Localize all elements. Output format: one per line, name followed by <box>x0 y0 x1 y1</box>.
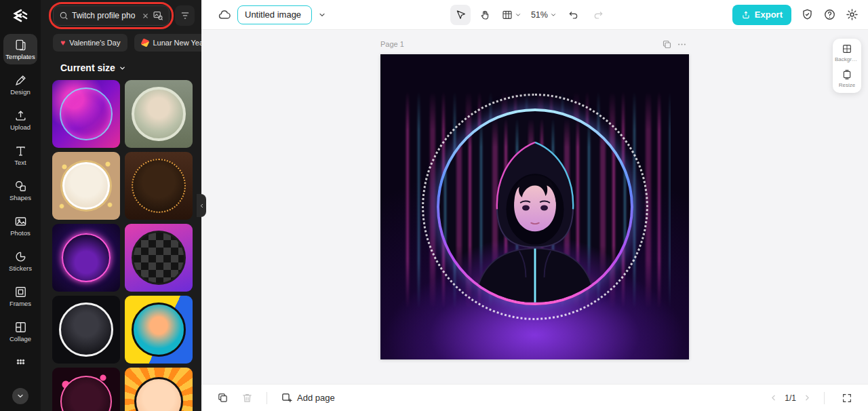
sidebar-item-label: Text <box>14 159 26 166</box>
sidebar-item-collage[interactable]: Collage <box>3 316 37 347</box>
background-label: Background <box>835 56 859 62</box>
template-thumbnail-2[interactable] <box>125 80 193 148</box>
settings-gear-icon[interactable] <box>846 8 859 21</box>
template-thumbnail-9[interactable] <box>52 368 120 411</box>
templates-panel: ♥ Valentine's Day Lunar New Year Current… <box>41 0 201 411</box>
zoom-value: 51% <box>531 10 548 20</box>
current-size-dropdown[interactable]: Current size <box>41 58 201 80</box>
search-box[interactable] <box>53 5 170 26</box>
left-sidebar: Templates Design Upload Text Shapes Phot… <box>0 0 41 411</box>
chip-lunar-new-year[interactable]: Lunar New Year <box>134 34 201 52</box>
sidebar-collapse-button[interactable] <box>12 388 28 404</box>
template-thumbnail-7[interactable] <box>52 296 120 364</box>
duplicate-page-button-bottom[interactable] <box>212 388 233 408</box>
sidebar-item-label: Design <box>10 89 31 96</box>
sidebar-item-label: Collage <box>9 336 31 342</box>
background-button[interactable]: Background <box>834 43 860 62</box>
template-thumbnail-6[interactable] <box>125 224 193 292</box>
fullscreen-button[interactable] <box>837 388 857 408</box>
duplicate-icon <box>217 392 229 404</box>
search-input[interactable] <box>72 11 138 20</box>
sidebar-item-frames[interactable]: Frames <box>3 281 37 311</box>
app-logo[interactable] <box>10 7 31 24</box>
next-page-button[interactable] <box>803 393 812 402</box>
background-icon <box>842 43 852 54</box>
expand-icon <box>842 393 852 404</box>
firecracker-icon <box>141 38 150 47</box>
sidebar-item-label: Templates <box>5 54 35 60</box>
add-page-label: Add page <box>297 393 335 403</box>
add-page-icon <box>281 392 292 404</box>
sidebar-item-stickers[interactable]: Stickers <box>3 246 37 276</box>
sidebar-item-more[interactable] <box>3 353 37 373</box>
document-title-field[interactable] <box>237 5 312 24</box>
sidebar-item-label: Stickers <box>9 265 32 272</box>
sidebar-item-design[interactable]: Design <box>3 69 37 100</box>
undo-icon <box>568 9 579 20</box>
redo-icon <box>593 9 604 20</box>
export-icon <box>741 10 751 20</box>
sidebar-item-photos[interactable]: Photos <box>3 210 37 241</box>
add-page-button[interactable]: Add page <box>277 389 339 406</box>
sidebar-item-shapes[interactable]: Shapes <box>3 175 37 206</box>
undo-button[interactable] <box>564 5 584 25</box>
title-dropdown-icon[interactable] <box>318 11 326 19</box>
resize-label: Resize <box>839 82 855 88</box>
chevron-left-icon <box>199 203 205 209</box>
layout-grid-button[interactable] <box>499 5 524 25</box>
template-grid <box>41 80 201 411</box>
hooded-figure-illustration <box>456 132 614 302</box>
help-icon[interactable] <box>823 8 836 21</box>
hand-tool-button[interactable] <box>475 5 495 25</box>
filter-button[interactable] <box>175 5 195 26</box>
sidebar-item-templates[interactable]: Templates <box>3 34 37 64</box>
cloud-save-icon[interactable] <box>218 8 231 22</box>
chevron-down-icon <box>515 12 521 18</box>
canvas-area: Page 1 <box>201 30 868 384</box>
chevron-down-icon <box>550 12 557 18</box>
panel-collapse-handle[interactable] <box>197 194 206 217</box>
image-search-icon[interactable] <box>153 10 163 21</box>
sidebar-item-label: Upload <box>10 124 31 131</box>
chip-label: Lunar New Year <box>153 39 201 47</box>
page-options-button[interactable] <box>674 37 689 52</box>
trash-icon <box>241 392 253 404</box>
sidebar-item-label: Shapes <box>9 195 31 201</box>
editor-stage: 51% Export Page 1 <box>201 0 868 411</box>
duplicate-icon <box>662 39 672 50</box>
template-thumbnail-8[interactable] <box>125 296 193 364</box>
ellipsis-icon <box>677 39 687 50</box>
chip-valentines-day[interactable]: ♥ Valentine's Day <box>53 34 127 52</box>
chevron-right-icon <box>803 393 812 402</box>
template-thumbnail-5[interactable] <box>52 224 120 292</box>
duplicate-page-button[interactable] <box>659 37 674 52</box>
sidebar-item-upload[interactable]: Upload <box>3 104 37 135</box>
delete-page-button[interactable] <box>237 388 257 408</box>
tag-chip-row: ♥ Valentine's Day Lunar New Year <box>41 31 201 58</box>
export-button[interactable]: Export <box>732 5 791 25</box>
search-icon <box>59 11 68 20</box>
template-thumbnail-3[interactable] <box>52 152 120 220</box>
hand-icon <box>479 9 490 20</box>
sidebar-item-text[interactable]: Text <box>3 140 37 170</box>
divider <box>267 392 267 404</box>
resize-button[interactable]: Resize <box>834 69 860 88</box>
template-thumbnail-10[interactable] <box>125 368 193 411</box>
cursor-icon <box>455 9 466 20</box>
zoom-control[interactable]: 51% <box>528 5 559 25</box>
sidebar-item-label: Frames <box>9 300 31 307</box>
sidebar-item-label: Photos <box>10 230 31 237</box>
document-title-input[interactable] <box>245 9 304 20</box>
privacy-shield-icon[interactable] <box>801 8 814 21</box>
top-toolbar: 51% Export <box>201 0 868 30</box>
redo-button[interactable] <box>588 5 608 25</box>
template-thumbnail-4[interactable] <box>125 152 193 220</box>
select-tool-button[interactable] <box>450 5 471 25</box>
chip-label: Valentine's Day <box>69 39 120 47</box>
prev-page-button[interactable] <box>769 393 778 402</box>
template-thumbnail-1[interactable] <box>52 80 120 148</box>
chevron-down-icon <box>119 64 126 72</box>
clear-search-icon[interactable] <box>142 12 149 20</box>
canvas-artwork-neon-hooded-portrait[interactable] <box>380 54 689 359</box>
canvas-side-toolbar: Background Resize <box>833 39 861 93</box>
